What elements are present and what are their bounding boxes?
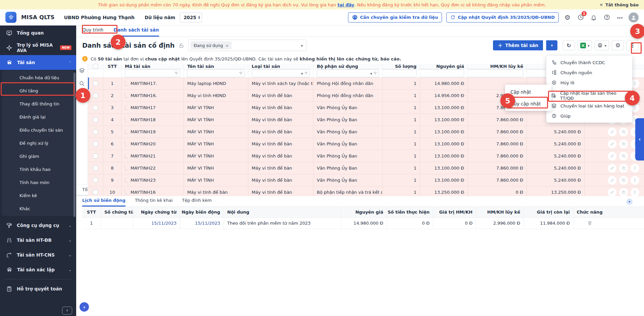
lock-icon[interactable] xyxy=(179,43,184,48)
update-decision-button[interactable]: Cập nhật Quyết định 35/2025/QĐ-UBND xyxy=(446,12,559,22)
renew-link[interactable]: tại đây xyxy=(338,2,354,7)
filter-dept-input[interactable] xyxy=(319,71,369,76)
funnel-icon[interactable] xyxy=(374,71,377,75)
sidebar-subitem[interactable]: Kiểm kê xyxy=(2,189,74,202)
sidebar-item-assets[interactable]: Tài sản ⌃ xyxy=(0,55,76,70)
expert-check-button[interactable]: Cần chuyên gia kiểm tra dữ liệu xyxy=(348,12,442,22)
sidebar-subitem[interactable]: Ghi tăng xyxy=(2,84,74,97)
export-excel-button[interactable] xyxy=(578,40,592,50)
duplicate-icon[interactable] xyxy=(619,188,628,197)
sidebar-subitem[interactable]: Ghi giảm xyxy=(2,150,74,163)
sidebar-collapse-button[interactable] xyxy=(62,307,72,315)
sidebar-subitem[interactable]: Tính hao mòn xyxy=(2,176,74,189)
row-checkbox[interactable] xyxy=(93,105,98,110)
filter-qty-input[interactable] xyxy=(383,71,416,76)
sidebar-item-ht-cns[interactable]: Tài sản HT-CNS⌄ xyxy=(0,247,76,262)
refresh-button[interactable] xyxy=(563,40,575,50)
funnel-icon[interactable] xyxy=(304,71,308,75)
tab-declaration[interactable]: Thông tin kê khai xyxy=(135,198,172,207)
detail-row[interactable]: 1 15/11/2023 15/11/2023 Theo dõi trên ph… xyxy=(82,218,644,229)
row-checkbox[interactable] xyxy=(93,190,98,195)
row-checkbox[interactable] xyxy=(93,141,98,146)
sidebar-scrollbar[interactable] xyxy=(73,73,76,217)
submenu-item-update[interactable]: Cập nhật xyxy=(505,86,551,98)
edit-icon[interactable] xyxy=(608,188,616,197)
settings-icon[interactable] xyxy=(563,13,572,22)
chevron-down-icon[interactable] xyxy=(301,71,303,76)
select-all-checkbox[interactable] xyxy=(93,64,98,69)
funnel-icon[interactable] xyxy=(239,71,243,75)
filter-cost-input[interactable] xyxy=(420,71,464,76)
table-row[interactable]: 7 MAYTINH21 MÁY VI TÍNH Máy vi tính để b… xyxy=(88,150,644,162)
table-row[interactable]: 5 MAYTINH19 MÁY VI TÍNH Máy vi tính để b… xyxy=(88,126,644,138)
dismiss-banner-button[interactable]: Tắt thông báo xyxy=(600,0,639,9)
menu-item-update-asset-type[interactable]: Cập nhật loại tài sản theo TT/QĐ xyxy=(546,91,632,101)
sidebar-subitem[interactable]: Đánh giá lại xyxy=(2,110,74,124)
add-asset-dropdown[interactable] xyxy=(546,40,557,50)
add-asset-button[interactable]: Thêm tài sản xyxy=(493,40,543,50)
help-icon[interactable] xyxy=(602,13,611,22)
sidebar-item-assistant[interactable]: Trợ lý số MISA AVA NEW xyxy=(0,40,76,55)
row-checkbox[interactable] xyxy=(93,129,98,134)
sidebar-item-tools[interactable]: Công cụ dụng cụ⌄ xyxy=(0,218,76,233)
more-actions-button[interactable] xyxy=(627,40,639,50)
menu-item-convert-source[interactable]: Chuyển nguồn xyxy=(546,67,632,78)
sidebar-subitem[interactable]: Thay đổi thông tin xyxy=(2,97,74,110)
menu-item-convert-ccdc[interactable]: Chuyển thành CCDC xyxy=(546,57,632,67)
sidebar-item-ht-db[interactable]: Tài sản HT-ĐB⌄ xyxy=(0,233,76,247)
table-row[interactable]: 8 MAYTINH22 MÁY VI TÍNH Máy vi tính để b… xyxy=(88,162,644,174)
edit-icon[interactable] xyxy=(608,140,616,148)
sidebar-subitem[interactable]: Đề nghị xử lý xyxy=(2,137,74,150)
duplicate-icon[interactable] xyxy=(619,140,628,148)
table-row[interactable]: 6 MAYTINH20 MÁY VI TÍNH Máy vi tính để b… xyxy=(88,138,644,150)
row-menu-icon[interactable] xyxy=(631,176,639,185)
row-menu-icon[interactable] xyxy=(631,164,639,173)
sidebar-subitem[interactable]: Tính khấu hao xyxy=(2,163,74,176)
sidebar-item-overview[interactable]: Tổng quan xyxy=(0,26,76,40)
year-spinner[interactable]: 2025 xyxy=(180,12,202,22)
spinner-arrows-icon[interactable] xyxy=(198,15,200,19)
remove-chip-icon[interactable] xyxy=(226,43,229,48)
duplicate-icon[interactable] xyxy=(619,164,628,173)
sidebar-item-settlement[interactable]: Hỗ trợ quyết toán xyxy=(0,281,76,296)
notifications-icon[interactable] xyxy=(589,13,598,22)
submenu-item-cancel-update[interactable]: Hủy cập nhật xyxy=(505,98,551,109)
side-panel-toggle[interactable] xyxy=(635,118,644,161)
misa-logo[interactable] xyxy=(5,12,16,23)
duplicate-icon[interactable] xyxy=(619,152,628,161)
layers-icon[interactable] xyxy=(79,67,85,73)
sidebar-subitem[interactable]: Điều chuyển tài sản xyxy=(2,124,74,137)
edit-icon[interactable] xyxy=(608,128,616,136)
tab-asset-list[interactable]: Danh sách tài sản xyxy=(113,27,159,37)
filter-chip[interactable]: Đang sử dụng xyxy=(191,41,232,49)
row-menu-icon[interactable] xyxy=(631,188,639,197)
status-filter-combobox[interactable]: Đang sử dụng xyxy=(188,40,306,51)
duplicate-icon[interactable] xyxy=(619,176,628,185)
sidebar-item-established[interactable]: Tài sản xác lập⌄ xyxy=(0,262,76,277)
edit-icon[interactable] xyxy=(608,164,616,173)
edit-icon[interactable] xyxy=(608,176,616,185)
table-row[interactable]: 9 MAYTINH23 MÁY VI TÍNH Máy vi tính để b… xyxy=(88,174,644,186)
funnel-icon[interactable] xyxy=(175,71,178,75)
row-checkbox[interactable] xyxy=(93,166,98,171)
collapse-detail-button[interactable] xyxy=(626,198,633,205)
tab-process[interactable]: Quy trình xyxy=(82,27,103,37)
row-checkbox[interactable] xyxy=(93,178,98,183)
sidebar-subitem[interactable]: Chuẩn hóa dữ liệu xyxy=(2,71,74,84)
menu-item-cancel-batch[interactable]: Hủy lô xyxy=(546,78,632,88)
edit-icon[interactable] xyxy=(608,152,616,161)
trash-icon[interactable] xyxy=(587,221,592,226)
filter-code-input[interactable] xyxy=(127,71,173,76)
row-checkbox[interactable] xyxy=(93,117,98,122)
row-checkbox[interactable] xyxy=(93,81,98,86)
more-apps-icon[interactable] xyxy=(615,13,624,22)
duplicate-icon[interactable] xyxy=(619,128,628,136)
search-icon[interactable] xyxy=(79,81,85,87)
menu-item-bulk-convert-type[interactable]: Chuyển loại tài sản hàng loạt xyxy=(546,101,632,111)
tab-history[interactable]: Lịch sử biến động xyxy=(82,198,126,207)
chevron-down-icon[interactable] xyxy=(370,71,372,76)
row-checkbox[interactable] xyxy=(93,153,98,159)
table-settings-button[interactable] xyxy=(612,40,624,50)
filter-name-input[interactable] xyxy=(189,71,238,76)
sidebar-subitem[interactable]: Khác xyxy=(2,202,74,215)
